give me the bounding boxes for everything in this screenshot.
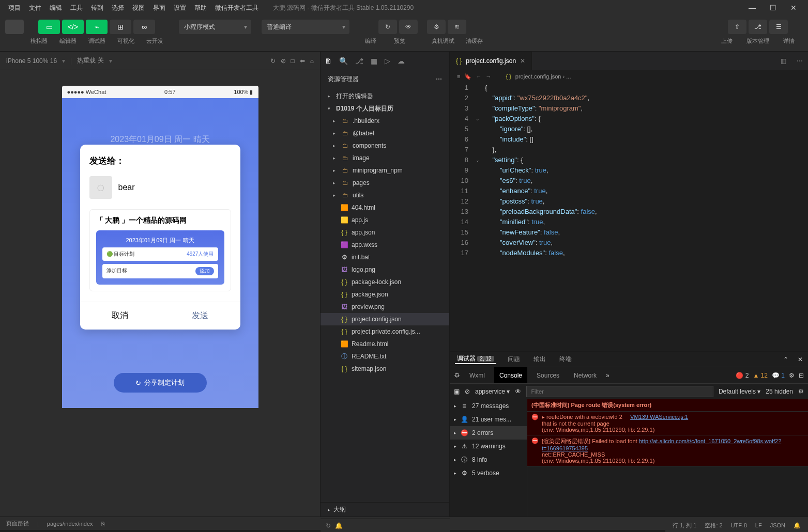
folder-utils[interactable]: ▸🗀utils	[321, 189, 449, 201]
bookmark-icon[interactable]: 🔖	[464, 73, 471, 80]
editor-tab[interactable]: { } project.config.json ✕	[450, 52, 532, 70]
breadcrumb-text[interactable]: project.config.json › ...	[515, 73, 571, 80]
split-editor-icon[interactable]: ▥	[775, 57, 791, 65]
detail-button[interactable]: ☰	[769, 20, 788, 34]
console-output[interactable]: (中国标准时间) Page route 错误(system error) ⛔ ▸…	[527, 399, 808, 517]
more-devtabs-icon[interactable]: »	[606, 372, 609, 379]
eye-icon[interactable]: 👁	[515, 388, 521, 395]
settings-icon[interactable]: ⚙	[789, 372, 795, 379]
terminal-tab[interactable]: 终端	[557, 355, 574, 364]
warn-badge[interactable]: ▲ 12	[753, 372, 768, 379]
folder-.hbuilderx[interactable]: ▸🗀.hbuilderx	[321, 115, 449, 127]
wxml-tab[interactable]: Wxml	[464, 372, 490, 379]
clear-console-icon[interactable]: ⊘	[465, 388, 470, 395]
folder-image[interactable]: ▸🗀image	[321, 152, 449, 164]
explorer-more-icon[interactable]: ⋯	[436, 75, 442, 83]
inspect-icon[interactable]: ⯐	[454, 372, 460, 379]
close-panel-icon[interactable]: ✕	[798, 356, 803, 363]
clear-cache-button[interactable]: ≋	[448, 20, 466, 34]
mute-icon[interactable]: ⊘	[281, 57, 286, 65]
output-tab[interactable]: 输出	[531, 355, 548, 364]
menu-微信开发者工具[interactable]: 微信开发者工具	[211, 4, 263, 12]
menu-选择[interactable]: 选择	[108, 4, 128, 12]
file-app.json[interactable]: { }app.json	[321, 226, 449, 239]
file-init.bat[interactable]: ⚙init.bat	[321, 251, 449, 263]
file-project.config.json[interactable]: { }project.config.json	[321, 313, 449, 325]
close-button[interactable]: ✕	[783, 4, 804, 12]
project-avatar[interactable]	[5, 20, 24, 34]
eol-status[interactable]: LF	[755, 522, 762, 528]
editor-more-icon[interactable]: ⋯	[791, 57, 808, 65]
share-plan-button[interactable]: ↻ 分享制定计划	[114, 373, 207, 393]
console-tab[interactable]: Console	[494, 367, 527, 383]
indent-status[interactable]: 空格: 2	[705, 522, 722, 529]
remote-debug-button[interactable]: ⚙	[427, 20, 446, 34]
network-tab[interactable]: Network	[569, 372, 602, 379]
msg-filter-12 warnings[interactable]: ▸⚠12 warnings	[450, 440, 527, 453]
file-sitemap.json[interactable]: { }sitemap.json	[321, 363, 449, 375]
version-button[interactable]: ⎇	[749, 20, 767, 34]
debugger-toggle[interactable]: ⌁	[86, 20, 108, 34]
folder-miniprogram_npm[interactable]: ▸🗀miniprogram_npm	[321, 164, 449, 177]
menu-设置[interactable]: 设置	[170, 4, 190, 12]
ext-tab-icon[interactable]: ▦	[371, 57, 377, 65]
file-logo.png[interactable]: 🖼logo.png	[321, 263, 449, 276]
msg-filter-2 errors[interactable]: ▸⛔2 errors	[450, 426, 527, 440]
files-tab-icon[interactable]: 🗎	[325, 57, 332, 65]
open-editors-section[interactable]: ▸打开的编辑器	[321, 90, 449, 102]
notification-icon[interactable]: 🔔	[794, 522, 801, 529]
compile-button[interactable]: ↻	[378, 20, 397, 34]
simulator-toggle[interactable]: ▭	[38, 20, 60, 34]
info-badge[interactable]: 💬 1	[772, 372, 785, 379]
send-button[interactable]: 发送	[160, 302, 240, 330]
home-icon[interactable]: ⌂	[310, 57, 314, 65]
file-Readme.html[interactable]: 🟧Readme.html	[321, 338, 449, 350]
file-project.private.config.js...[interactable]: { }project.private.config.js...	[321, 325, 449, 338]
file-package.json[interactable]: { }package.json	[321, 288, 449, 301]
cloud-tab-icon[interactable]: ☁	[398, 57, 405, 65]
preview-button[interactable]: 👁	[399, 20, 418, 34]
hidden-count[interactable]: 25 hidden	[766, 388, 793, 395]
file-package-lock.json[interactable]: { }package-lock.json	[321, 276, 449, 288]
filter-input[interactable]	[526, 386, 713, 397]
problems-tab[interactable]: 问题	[506, 355, 522, 364]
sources-tab[interactable]: Sources	[531, 372, 565, 379]
mode-dropdown[interactable]: 小程序模式	[179, 20, 251, 34]
copy-path-icon[interactable]: ⎘	[101, 521, 105, 527]
msg-filter-8 info[interactable]: ▸ⓘ8 info	[450, 453, 527, 466]
msg-filter-21 user mes...[interactable]: ▸👤21 user mes...	[450, 413, 527, 426]
gutter-icon[interactable]: ≡	[457, 73, 460, 80]
outline-section[interactable]: ▸大纲	[321, 502, 449, 517]
menu-文件[interactable]: 文件	[25, 4, 45, 12]
device-selector[interactable]: iPhone 5 100% 16	[6, 57, 57, 65]
close-tab-icon[interactable]: ✕	[520, 57, 525, 65]
menu-转到[interactable]: 转到	[87, 4, 108, 12]
cloud-toggle[interactable]: ∞	[133, 20, 155, 34]
menu-项目[interactable]: 项目	[4, 4, 25, 12]
maximize-button[interactable]: ☐	[763, 4, 783, 12]
nav-fwd-icon[interactable]: →	[485, 73, 491, 80]
git-tab-icon[interactable]: ⎇	[355, 57, 363, 65]
menu-视图[interactable]: 视图	[128, 4, 149, 12]
bell-icon[interactable]: 🔔	[335, 522, 343, 529]
nav-back-icon[interactable]: ←	[476, 73, 481, 80]
debug-tab-icon[interactable]: ▷	[385, 57, 390, 65]
search-tab-icon[interactable]: 🔍	[339, 57, 348, 65]
project-root[interactable]: ▾D1019 个人目标日历	[321, 102, 449, 115]
msg-filter-27 messages[interactable]: ▸≡27 messages	[450, 399, 527, 413]
lang-status[interactable]: JSON	[770, 522, 785, 528]
msg-filter-5 verbose[interactable]: ▸⚙5 verbose	[450, 466, 527, 480]
rotate-icon[interactable]: □	[291, 57, 295, 65]
folder-@babel[interactable]: ▸🗀@babel	[321, 127, 449, 139]
debugger-tab[interactable]: 调试器 2, 12	[455, 354, 496, 364]
context-dropdown[interactable]: appservice ▾	[475, 388, 510, 395]
menu-界面[interactable]: 界面	[149, 4, 170, 12]
menu-工具[interactable]: 工具	[66, 4, 87, 12]
dock-icon[interactable]: ⊟	[799, 372, 804, 379]
hot-reload[interactable]: 热重载 关	[77, 56, 103, 65]
log-link[interactable]: VM139 WAService.js:1	[630, 414, 688, 420]
file-README.txt[interactable]: ⓘREADME.txt	[321, 350, 449, 363]
folder-pages[interactable]: ▸🗀pages	[321, 177, 449, 189]
folder-components[interactable]: ▸🗀components	[321, 139, 449, 152]
page-path-value[interactable]: pages/index/index	[47, 521, 93, 527]
